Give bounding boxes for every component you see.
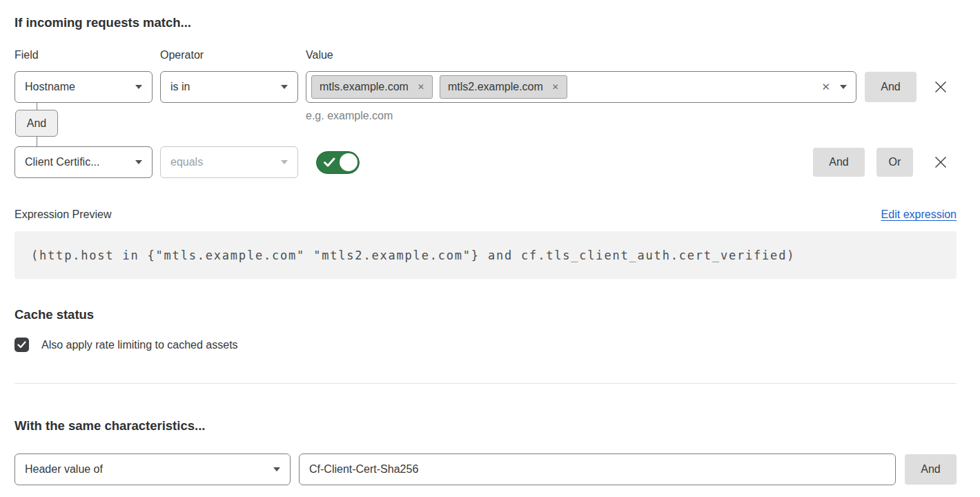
- characteristics-row: Header value of And: [14, 454, 957, 485]
- cached-assets-checkbox[interactable]: [14, 338, 29, 352]
- value-tag-text: mtls.example.com: [320, 81, 409, 93]
- operator-select-value: equals: [170, 156, 203, 168]
- condition-row-2: Client Certific... equals And Or: [14, 146, 957, 178]
- delete-condition-icon[interactable]: [933, 79, 948, 95]
- column-labels: Field Operator Value: [14, 49, 957, 61]
- cache-checkbox-row: Also apply rate limiting to cached asset…: [14, 338, 957, 352]
- operator-column-label: Operator: [160, 49, 306, 61]
- cache-status-title: Cache status: [14, 308, 957, 322]
- clear-all-icon[interactable]: ✕: [817, 81, 834, 93]
- expression-preview-header: Expression Preview Edit expression: [14, 208, 957, 221]
- chevron-down-icon: [135, 160, 142, 164]
- field-select[interactable]: Client Certific...: [14, 146, 153, 178]
- check-icon: [324, 157, 335, 167]
- add-or-condition-button[interactable]: Or: [876, 148, 913, 177]
- add-and-condition-button[interactable]: And: [865, 72, 917, 102]
- cached-assets-checkbox-label[interactable]: Also apply rate limiting to cached asset…: [41, 339, 238, 351]
- value-tag: mtls2.example.com ✕: [440, 75, 567, 99]
- remove-tag-icon[interactable]: ✕: [418, 83, 424, 91]
- add-characteristic-button[interactable]: And: [905, 454, 957, 485]
- value-helper-text: e.g. example.com: [306, 110, 856, 122]
- field-select-value: Hostname: [25, 81, 75, 93]
- and-connector-chip[interactable]: And: [15, 110, 58, 137]
- value-column: mtls.example.com ✕ mtls2.example.com ✕ ✕…: [306, 71, 856, 122]
- characteristic-select[interactable]: Header value of: [14, 454, 291, 485]
- remove-tag-icon[interactable]: ✕: [552, 83, 559, 91]
- section-divider: [14, 383, 957, 384]
- toggle-knob: [340, 153, 357, 171]
- check-icon: [17, 341, 26, 349]
- chevron-down-icon: [281, 160, 288, 164]
- delete-condition-icon[interactable]: [933, 155, 948, 170]
- rule-builder: If incoming requests match... Field Oper…: [0, 0, 980, 485]
- characteristics-title: With the same characteristics...: [14, 419, 957, 433]
- chevron-down-icon[interactable]: [840, 85, 847, 89]
- value-column-label: Value: [306, 49, 957, 61]
- operator-select[interactable]: is in: [160, 71, 298, 103]
- value-tag: mtls.example.com ✕: [311, 75, 433, 99]
- condition-row-1: Hostname is in mtls.example.com ✕ mtls2.…: [14, 71, 957, 122]
- header-name-input[interactable]: [299, 454, 896, 485]
- value-tag-text: mtls2.example.com: [448, 81, 543, 93]
- expression-preview-label: Expression Preview: [14, 208, 112, 221]
- field-select-value: Client Certific...: [25, 156, 99, 168]
- edit-expression-link[interactable]: Edit expression: [881, 208, 957, 221]
- match-section-title: If incoming requests match...: [14, 16, 957, 30]
- cert-verified-toggle[interactable]: [316, 151, 360, 174]
- field-column-label: Field: [14, 49, 160, 61]
- add-and-condition-button[interactable]: And: [813, 148, 865, 177]
- chevron-down-icon: [135, 85, 142, 89]
- operator-select-value: is in: [170, 81, 190, 93]
- chevron-down-icon: [281, 85, 288, 89]
- characteristic-select-value: Header value of: [25, 463, 103, 476]
- chevron-down-icon: [273, 467, 280, 471]
- operator-select-disabled: equals: [160, 146, 298, 178]
- logic-connector: And: [15, 110, 58, 137]
- expression-code: (http.host in {"mtls.example.com" "mtls2…: [14, 231, 957, 279]
- field-select[interactable]: Hostname: [14, 71, 153, 103]
- value-multiselect-input[interactable]: mtls.example.com ✕ mtls2.example.com ✕ ✕: [306, 71, 856, 103]
